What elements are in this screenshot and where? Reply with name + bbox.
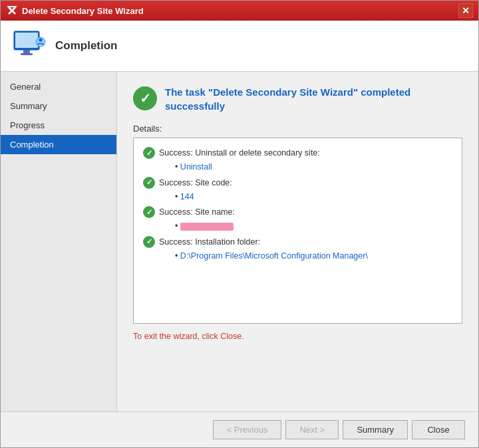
detail-success-icon-1 <box>143 147 155 159</box>
detail-success-icon-2 <box>143 177 155 189</box>
close-window-button[interactable]: ✕ <box>458 3 473 18</box>
title-bar-title: Delete Secondary Site Wizard <box>22 6 458 16</box>
detail-label-4: Success: Installation folder: <box>159 237 260 247</box>
sidebar-item-general[interactable]: General <box>1 77 116 96</box>
sidebar-item-progress[interactable]: Progress <box>1 116 116 135</box>
next-button[interactable]: Next > <box>285 420 339 439</box>
success-icon-large <box>133 86 157 110</box>
detail-label-1: Success: Uninstall or delete secondary s… <box>159 148 320 158</box>
title-bar: Delete Secondary Site Wizard ✕ <box>1 1 478 21</box>
detail-item-install-folder: Success: Installation folder: D:\Program… <box>143 235 452 264</box>
svg-point-8 <box>39 39 43 42</box>
sidebar: General Summary Progress Completion <box>1 72 117 411</box>
detail-label-3: Success: Site name: <box>159 207 235 217</box>
details-box: Success: Uninstall or delete secondary s… <box>133 138 462 324</box>
title-bar-icon <box>6 5 18 17</box>
detail-item-uninstall: Success: Uninstall or delete secondary s… <box>143 146 452 175</box>
detail-sub-1: Uninstall <box>175 160 452 174</box>
sidebar-item-completion[interactable]: Completion <box>1 135 116 154</box>
detail-success-icon-3 <box>143 206 155 218</box>
summary-button[interactable]: Summary <box>343 420 408 439</box>
wizard-window: Delete Secondary Site Wizard ✕ Completio… <box>0 0 479 448</box>
main-panel: The task "Delete Secondary Site Wizard" … <box>117 72 478 411</box>
detail-item-site-name: Success: Site name: <box>143 205 452 234</box>
sidebar-item-summary[interactable]: Summary <box>1 96 116 116</box>
detail-sub-3 <box>175 219 452 233</box>
svg-rect-0 <box>7 6 17 7</box>
detail-sub-2: 144 <box>175 190 452 204</box>
header-computer-icon <box>11 29 46 63</box>
exit-text: To exit the wizard, click Close. <box>133 332 462 341</box>
close-button[interactable]: Close <box>412 420 465 439</box>
wizard-footer: < Previous Next > Summary Close <box>1 411 478 447</box>
detail-success-icon-4 <box>143 236 155 248</box>
detail-label-2: Success: Site code: <box>159 178 232 187</box>
previous-button[interactable]: < Previous <box>213 420 282 439</box>
details-label: Details: <box>133 124 462 134</box>
detail-sub-4: D:\Program Files\Microsoft Configuration… <box>175 249 452 263</box>
redacted-site-name <box>180 223 234 231</box>
svg-rect-4 <box>15 33 38 48</box>
svg-rect-6 <box>21 53 33 55</box>
content-area: General Summary Progress Completion The … <box>1 72 478 411</box>
detail-item-site-code: Success: Site code: 144 <box>143 176 452 205</box>
completion-title: The task "Delete Secondary Site Wizard" … <box>165 85 462 113</box>
wizard-header-title: Completion <box>55 39 118 53</box>
wizard-header: Completion <box>1 21 478 72</box>
completion-header: The task "Delete Secondary Site Wizard" … <box>133 85 462 113</box>
